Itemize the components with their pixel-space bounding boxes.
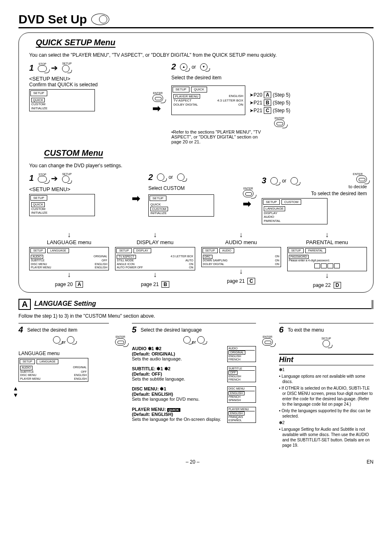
- parental-menu-col: ↓ PARENTAL menu SETUPPARENTAL PASSWORD P…: [287, 231, 367, 289]
- enter-button-icon: [243, 190, 254, 197]
- step2-label: Select the desired item: [171, 75, 367, 81]
- step-number: 2: [171, 62, 176, 72]
- osd-item: QUICK: [31, 98, 45, 103]
- step3-label: To select the desired item: [262, 191, 367, 196]
- language-title: LANGUAGE Setting: [34, 300, 374, 309]
- lang-step-4: 4 Select the desired item or LANGUAGE me…: [18, 323, 109, 382]
- down-button-icon: [291, 177, 298, 185]
- setup-label: SETUP: [62, 62, 71, 65]
- osd-item: INITIALIZE: [31, 106, 93, 111]
- arrow-right-icon: ➡: [243, 198, 254, 210]
- osd-quick-1: SETUP QUICK CUSTOM INITIALIZE: [29, 89, 95, 111]
- dvd-icon: [91, 14, 109, 25]
- up-button-icon: ▲: [180, 63, 187, 71]
- osd-opt-sub: SUBTITLE OFF ENGLISH FRENCH: [227, 366, 256, 382]
- hint-title: Hint: [279, 355, 374, 365]
- hint-item: • Language options are not available wit…: [279, 374, 374, 384]
- ref-c: ➤P21 C (Step 5): [249, 107, 290, 115]
- language-menu-col: ↓ LANGUAGE menu SETUPLANGUAGE AUDIOORIGI…: [29, 231, 109, 289]
- language-menu-label: LANGUAGE menu: [18, 351, 109, 356]
- lang-step-6: 6 To exit the menu SETUP Hint ✽1 • Langu…: [279, 323, 374, 451]
- setup-menu-label: <SETUP MENU>: [29, 186, 124, 192]
- osd-item: PLAYER MENU: [173, 94, 200, 99]
- quick-step-1: 1 STOP ➔ SETUP <SETUP MENU> Confirm that…: [29, 62, 144, 111]
- down-button-icon: [177, 173, 184, 181]
- enter-label: ENTER: [192, 117, 367, 120]
- title-text: DVD Set Up: [18, 12, 87, 26]
- main-container: QUICK SETUP Menu You can select the "PLA…: [18, 32, 374, 293]
- osd-value: 4:3 LETTER BOX: [217, 99, 243, 103]
- osd-tab: SETUP: [30, 90, 47, 96]
- up-button-icon: [183, 336, 191, 344]
- osd-lang-step4: SETUPLANGUAGE AUDIOORIGINAL SUBTITLEOFF …: [18, 358, 88, 382]
- opt-player: PLAYER MENU: QUICK (Default: ENGLISH) Se…: [132, 407, 256, 423]
- custom-title: CUSTOM Menu: [44, 148, 103, 157]
- up-button-icon: [53, 336, 60, 344]
- osd-value: ENGLISH: [229, 94, 243, 99]
- audio-menu-col: ↓ AUDIO menu SETUPAUDIO DRCON DOWN SAMPL…: [201, 231, 281, 289]
- custom-intro: You can change the DVD player's settings…: [29, 163, 367, 169]
- ref-letter-a: A: [18, 299, 31, 310]
- confirm-text: Confirm that QUICK is selected: [29, 82, 144, 88]
- enter-label: ENTER: [152, 92, 163, 95]
- osd-disp: SETUPDISPLAY TV ASPECT4:3 LETTER BOX STI…: [115, 247, 195, 271]
- footer: – 20 – EN: [18, 459, 374, 465]
- osd-tab: SETUP: [173, 87, 189, 92]
- osd-opt-player: PLAYER MENU ENGLISH FRANÇAIS ESPAÑOL: [227, 407, 256, 423]
- step-number: 1: [29, 63, 34, 73]
- step2-label: Select CUSTOM: [148, 185, 235, 191]
- osd-item: TV ASPECT: [173, 99, 191, 103]
- arrow-right-icon: ➔: [51, 173, 58, 183]
- down-button-icon: [67, 336, 74, 344]
- custom-step-1: 1 STOP ➔ SETUP <SETUP MENU> SETUP QUICK …: [29, 173, 124, 216]
- osd-parental: SETUPPARENTAL PASSWORD Please enter a 4-…: [287, 247, 367, 272]
- quick-note: •Refer to the sections "PLAYER MENU", "T…: [171, 129, 266, 144]
- osd-custom-1: SETUP QUICK CUSTOM INITIALIZE: [29, 194, 95, 216]
- quick-title-wrap: QUICK SETUP Menu: [33, 38, 118, 47]
- or-text: or: [191, 64, 196, 70]
- menu-row: ↓ LANGUAGE menu SETUPLANGUAGE AUDIOORIGI…: [29, 231, 367, 289]
- stop-label: STOP: [38, 62, 47, 65]
- osd-tab: QUICK: [191, 87, 207, 92]
- arrow-right-icon: ➔: [51, 63, 58, 73]
- osd-custom-3: SETUPCUSTOM LANGUAGE DISPLAY AUDIO PAREN…: [262, 198, 327, 224]
- hint-item: • Only the languages supported by the di…: [279, 408, 374, 419]
- quick-title: QUICK SETUP Menu: [36, 38, 115, 47]
- ref-b: ➤P21 B (Step 5): [249, 99, 290, 107]
- custom-title-wrap: CUSTOM Menu: [42, 148, 106, 158]
- display-menu-col: ↓ DISPLAY menu SETUPDISPLAY TV ASPECT4:3…: [115, 231, 195, 289]
- setup-menu-label: <SETUP MENU>: [29, 76, 144, 82]
- page-number: – 20 –: [186, 459, 199, 465]
- osd-opt-disc: DISC MENU ENGLISH FRENCH SPANISH: [227, 386, 256, 402]
- arrow-right-icon: ➡: [152, 103, 163, 114]
- setup-button-icon: [62, 65, 69, 72]
- opt-disc: DISC MENU: ✽1 (Default: ENGLISH) Sets th…: [132, 386, 256, 402]
- language-intro: Follow the step 1) to 3) in the "CUSTOM …: [18, 313, 374, 319]
- page-lang: EN: [367, 459, 374, 465]
- osd-audio: SETUPAUDIO DRCON DOWN SAMPLINGON DOLBY D…: [201, 247, 281, 268]
- custom-step-2: 2 or Select CUSTOM SETUP QUICK CUSTOM IN…: [148, 173, 235, 217]
- quick-step-2: 2 ▲ or ▼ Select the desired item SETUPQU…: [171, 62, 367, 144]
- down-button-icon: [197, 336, 205, 344]
- stop-button-icon: [38, 176, 47, 182]
- osd-opt-audio: AUDIO ORIGINAL ENGLISH FRENCH: [227, 346, 256, 362]
- custom-step-3: 3 or ENTER to decide To select the desir…: [262, 173, 367, 224]
- osd-lang: SETUPLANGUAGE AUDIOORIGINAL SUBTITLEOFF …: [29, 247, 109, 271]
- quick-intro: You can select the "PLAYER MENU", "TV AS…: [29, 52, 367, 58]
- enter-button-icon: [115, 338, 126, 346]
- hint-box: Hint ✽1 • Language options are not avail…: [279, 354, 374, 451]
- language-setting-header: A LANGUAGE Setting: [18, 299, 374, 310]
- setup-button-icon: [323, 340, 330, 347]
- osd-item: DOLBY DIGITAL: [173, 103, 198, 107]
- down-button-icon: ▼: [200, 63, 208, 71]
- hint-item: • Language Setting for Audio and Subtitl…: [279, 427, 374, 448]
- osd-quick-2: SETUPQUICK PLAYER MENUENGLISH TV ASPECT4…: [171, 85, 245, 115]
- title-underline: [18, 27, 374, 28]
- stop-button-icon: [38, 65, 47, 72]
- hint-item: • If OTHER is selected on the AUDIO, SUB…: [279, 385, 374, 407]
- enter-button-icon: [274, 120, 285, 127]
- enter-button-icon: [262, 338, 273, 346]
- opt-audio: AUDIO ✽1 ✽2 (Default: ORIGINAL) Sets the…: [132, 346, 256, 362]
- setup-button-icon: [62, 175, 69, 183]
- osd-value: ON: [238, 103, 243, 107]
